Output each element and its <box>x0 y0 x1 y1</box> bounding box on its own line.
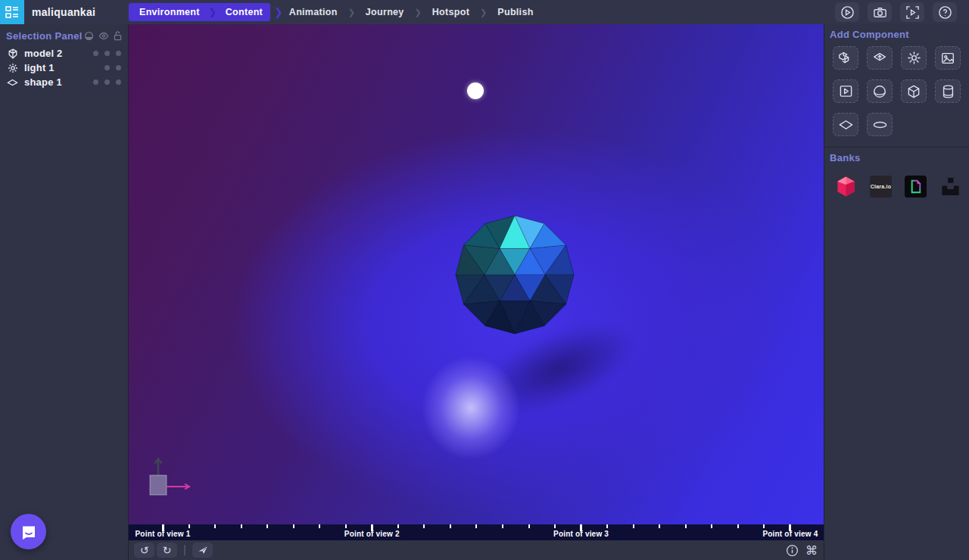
tab-environment[interactable]: Environment <box>139 7 200 17</box>
lock-icon[interactable] <box>114 31 122 41</box>
model-icon <box>838 51 853 66</box>
add-import-model-button[interactable] <box>867 46 893 70</box>
box-icon <box>906 84 921 99</box>
frame-tick[interactable] <box>397 524 399 528</box>
mesh-visibility-icon[interactable] <box>84 31 94 41</box>
bank-google-poly[interactable] <box>905 176 927 198</box>
frame-tick[interactable] <box>293 524 294 528</box>
disc-icon <box>872 119 888 131</box>
add-cylinder-button[interactable] <box>935 79 961 103</box>
info-button[interactable] <box>786 544 799 557</box>
app-logo[interactable] <box>0 0 24 24</box>
frame-tick[interactable] <box>554 524 556 528</box>
frame-tick[interactable] <box>319 524 320 528</box>
chat-widget-button[interactable] <box>11 514 46 549</box>
timeline-pov-label[interactable]: Point of view 3 <box>553 530 609 538</box>
property-dot[interactable] <box>104 65 110 70</box>
info-icon <box>786 544 799 557</box>
property-dot[interactable] <box>116 51 121 56</box>
add-model-button[interactable] <box>833 46 858 70</box>
bank-google-blocks[interactable] <box>939 176 961 198</box>
redo-button[interactable]: ↻ <box>157 543 177 558</box>
topbar-actions <box>835 2 957 22</box>
property-dot[interactable] <box>104 51 110 56</box>
undo-button[interactable]: ↺ <box>134 543 154 558</box>
bank-naker[interactable] <box>835 176 857 198</box>
axis-gizmo[interactable] <box>144 453 197 501</box>
frame-tick[interactable] <box>528 524 530 528</box>
frame-tick[interactable] <box>423 524 425 528</box>
tab-publish[interactable]: Publish <box>497 7 533 17</box>
viewport-canvas[interactable] <box>129 24 824 524</box>
image-icon <box>940 51 955 66</box>
chat-bubble-icon <box>20 523 38 541</box>
add-box-button[interactable] <box>901 79 927 103</box>
paint-mode-button[interactable] <box>192 543 213 558</box>
light-icon <box>8 63 18 73</box>
tab-animation[interactable]: Animation <box>289 7 338 17</box>
breadcrumb: Environment ❯ Content ❯ Animation ❯ Jour… <box>129 0 534 24</box>
help-button[interactable] <box>933 2 957 22</box>
add-video-button[interactable] <box>833 79 858 103</box>
frame-tick[interactable] <box>685 524 687 528</box>
timeline-pov-label[interactable]: Point of view 4 <box>762 530 818 538</box>
frame-tick[interactable] <box>763 524 765 528</box>
frame-tick[interactable] <box>502 524 503 528</box>
icosphere-model[interactable] <box>450 210 579 339</box>
tab-hotspot[interactable]: Hotspot <box>432 7 469 17</box>
breadcrumb-done-group: Environment ❯ Content <box>129 3 270 21</box>
selection-panel-header: Selection Panel <box>0 24 128 46</box>
preview-play-button[interactable] <box>835 2 859 22</box>
add-plane-button[interactable] <box>833 113 858 136</box>
selection-panel-title: Selection Panel <box>6 30 83 42</box>
frame-tick[interactable] <box>189 524 190 528</box>
screenshot-button[interactable] <box>868 2 892 22</box>
timeline-pov-label[interactable]: Point of view 1 <box>135 530 190 538</box>
shortcuts-button[interactable]: ⌘ <box>805 543 818 558</box>
play-circle-icon <box>840 5 855 20</box>
fullscreen-preview-button[interactable] <box>900 2 924 22</box>
breadcrumb-todo-group: Animation ❯ Journey ❯ Hotspot ❯ Publish <box>289 7 534 17</box>
frame-tick[interactable] <box>737 524 739 528</box>
shape-icon <box>7 77 18 88</box>
selection-panel: Selection Panel model 2 <box>0 24 129 560</box>
frame-tick[interactable] <box>606 524 608 528</box>
model-icon <box>8 48 18 59</box>
add-light-button[interactable] <box>901 46 927 70</box>
frame-tick[interactable] <box>659 524 660 528</box>
bank-clara-io[interactable]: Clara.io <box>870 176 892 198</box>
frame-tick[interactable] <box>241 524 242 528</box>
add-image-button[interactable] <box>935 46 961 70</box>
paint-icon <box>197 544 209 556</box>
property-dot[interactable] <box>93 51 98 56</box>
property-dot[interactable] <box>93 79 98 85</box>
frame-tick[interactable] <box>345 524 347 528</box>
timeline-ruler[interactable]: Point of view 1Point of view 2Point of v… <box>129 524 824 540</box>
eye-icon[interactable] <box>98 31 109 41</box>
banks-title: Banks <box>824 148 969 168</box>
top-bar: maliquankai Environment ❯ Content ❯ Anim… <box>0 0 969 24</box>
add-sphere-button[interactable] <box>867 79 893 103</box>
selection-item-model-2[interactable]: model 2 <box>0 46 128 61</box>
selection-item-shape-1[interactable]: shape 1 <box>0 75 128 89</box>
cylinder-icon <box>941 84 955 99</box>
timeline-pov-label[interactable]: Point of view 2 <box>344 530 400 538</box>
selection-item-light-1[interactable]: light 1 <box>0 61 128 75</box>
tab-content[interactable]: Content <box>226 7 263 17</box>
item-label: model 2 <box>24 48 63 59</box>
property-dot[interactable] <box>104 79 110 85</box>
frame-tick[interactable] <box>214 524 216 528</box>
gem-icon <box>835 176 857 198</box>
video-icon <box>839 84 853 98</box>
component-grid <box>824 45 969 147</box>
light-sphere[interactable] <box>467 82 484 99</box>
frame-tick[interactable] <box>475 524 477 528</box>
frame-tick[interactable] <box>450 524 451 528</box>
frame-tick[interactable] <box>266 524 268 528</box>
add-disc-button[interactable] <box>867 113 893 136</box>
frame-tick[interactable] <box>633 524 634 528</box>
property-dot[interactable] <box>116 79 121 85</box>
frame-tick[interactable] <box>711 524 712 528</box>
tab-journey[interactable]: Journey <box>366 7 404 17</box>
property-dot[interactable] <box>116 65 121 70</box>
